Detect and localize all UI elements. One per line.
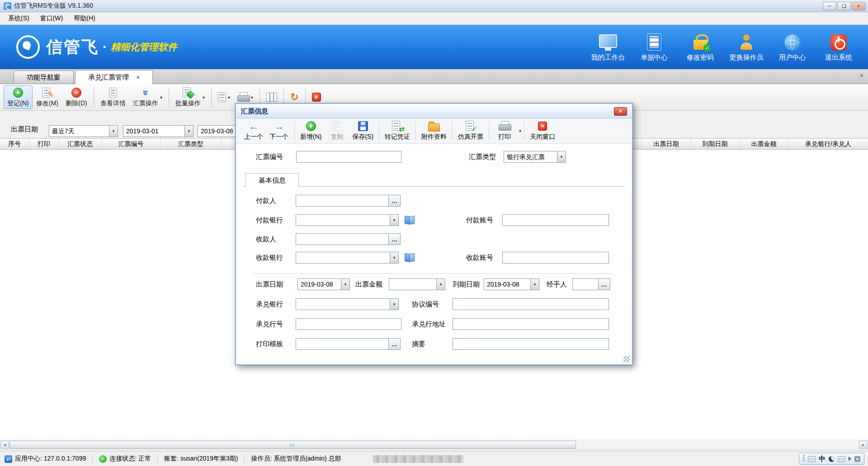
print-template-lookup-button[interactable]: …: [389, 338, 401, 350]
batch-operations-button[interactable]: 批量操作 ▾: [172, 85, 208, 109]
ime-fullwidth-icon[interactable]: [829, 456, 835, 462]
payer-lookup-button[interactable]: …: [389, 195, 401, 207]
dropdown-button[interactable]: ▼: [184, 126, 193, 137]
dialog-copy-button[interactable]: 复制: [324, 120, 349, 142]
dialog-titlebar[interactable]: 汇票信息 ×: [236, 104, 632, 118]
date-preset-select[interactable]: 最近7天 ▼: [49, 125, 118, 137]
dropdown-button[interactable]: ▼: [390, 252, 398, 263]
dropdown-button[interactable]: ▼: [390, 299, 398, 310]
view-detail-button[interactable]: 查看详情: [97, 85, 129, 109]
dropdown-button[interactable]: ▼: [390, 215, 398, 226]
column-header-print[interactable]: 打印: [29, 139, 59, 149]
dialog-save-button[interactable]: 保存(S): [349, 120, 376, 142]
due-date-select[interactable]: 2019-03-08 ▼: [484, 278, 539, 290]
dialog-close-button[interactable]: ×: [614, 107, 627, 116]
banner-action-exit-system[interactable]: 退出系统: [816, 33, 862, 62]
menu-system[interactable]: 系统(S): [3, 13, 35, 24]
scroll-left-button[interactable]: ◄: [0, 441, 9, 449]
column-header-bill-no[interactable]: 汇票编号: [102, 139, 160, 149]
menu-help[interactable]: 帮助(H): [68, 13, 100, 24]
export-button[interactable]: ▾: [214, 85, 234, 109]
dialog-resize-grip[interactable]: [623, 356, 630, 362]
ime-chinese-indicator[interactable]: 中: [819, 455, 826, 463]
dropdown-button[interactable]: ▼: [557, 151, 566, 162]
tab-acceptance-bill-management[interactable]: 承兑汇票管理 ×: [75, 70, 153, 84]
tab-close-icon[interactable]: ×: [136, 71, 140, 84]
horizontal-scrollbar[interactable]: ◄ ►: [0, 440, 868, 449]
payee-input[interactable]: [296, 233, 389, 245]
payer-input[interactable]: [296, 195, 389, 207]
dropdown-button[interactable]: ▼: [530, 279, 539, 290]
tabstrip-close-icon[interactable]: ×: [860, 72, 863, 79]
column-header-seq[interactable]: 序号: [0, 139, 29, 149]
banner-action-document-center[interactable]: 单据中心: [631, 33, 677, 62]
register-button[interactable]: + 登记(N): [4, 85, 33, 109]
date-from-select[interactable]: 2019-03-01 ▼: [123, 125, 193, 137]
banner-action-workbench[interactable]: 我的工作台: [585, 33, 631, 62]
tab-function-navigator[interactable]: 功能导航窗: [14, 71, 74, 84]
dialog-voucher-button[interactable]: ⇄ 转记凭证: [382, 120, 413, 142]
column-header-due-date[interactable]: 到期日期: [691, 139, 740, 149]
banner-action-change-password[interactable]: ✓ 修改密码: [677, 33, 723, 62]
dialog-close-window-button[interactable]: × 关闭窗口: [527, 120, 558, 142]
ellipsis-icon: …: [392, 236, 397, 243]
scroll-right-button[interactable]: ►: [859, 441, 868, 449]
dropdown-arrow-icon[interactable]: ▾: [519, 128, 521, 133]
accept-bank-addr-input[interactable]: [453, 318, 609, 330]
langbar-options-icon[interactable]: [854, 456, 860, 462]
print-template-input[interactable]: [296, 338, 389, 350]
handler-lookup-button[interactable]: …: [599, 278, 610, 290]
dialog-simulate-button[interactable]: ✓ 仿真开票: [455, 120, 486, 142]
dialog-add-button[interactable]: + 新增(N): [297, 120, 324, 142]
payee-account-input[interactable]: [502, 252, 609, 264]
langbar-expand-icon[interactable]: [849, 457, 851, 461]
dialog-next-button[interactable]: → 下一个: [266, 120, 292, 142]
column-header-accept-bank[interactable]: 承兑银行/承兑人: [788, 139, 868, 149]
bill-no-input[interactable]: [296, 151, 401, 163]
dropdown-button[interactable]: ▼: [436, 279, 445, 290]
scrollbar-thumb[interactable]: [9, 441, 576, 449]
payee-lookup-button[interactable]: …: [389, 233, 401, 245]
dialog-print-button[interactable]: 打印: [492, 120, 517, 142]
column-header-issue-date[interactable]: 出票日期: [642, 139, 691, 149]
banner-action-user-center[interactable]: 用户中心: [769, 33, 816, 62]
delete-button[interactable]: × 删除(D): [62, 85, 91, 109]
payer-account-input[interactable]: [502, 214, 609, 226]
amount-select[interactable]: ▼: [389, 278, 445, 290]
issue-date-select[interactable]: 2019-03-08 ▼: [297, 278, 350, 290]
tab-basic-info[interactable]: 基本信息: [245, 173, 299, 187]
column-header-status[interactable]: 汇票状态: [59, 139, 102, 149]
column-header-bill-type[interactable]: 汇票类型: [160, 139, 222, 149]
summary-input[interactable]: [453, 338, 609, 350]
soft-keyboard-icon[interactable]: [838, 456, 845, 462]
maximize-button[interactable]: ❏: [837, 2, 851, 10]
keyboard-layout-icon[interactable]: [808, 456, 816, 462]
dropdown-arrow-icon[interactable]: ▾: [160, 95, 162, 100]
payer-bank-select[interactable]: ▼: [296, 214, 399, 226]
dropdown-button[interactable]: ▼: [341, 279, 349, 290]
banner-action-switch-operator[interactable]: 更换操作员: [723, 33, 769, 62]
dropdown-arrow-icon[interactable]: ▾: [251, 95, 253, 100]
handler-input[interactable]: [572, 278, 599, 290]
bill-operations-button[interactable]: » 汇票操作 ▾: [129, 85, 166, 109]
bill-type-select[interactable]: 银行承兑汇票 ▼: [504, 151, 566, 163]
accept-bank-no-input[interactable]: [296, 318, 401, 330]
accept-bank-select[interactable]: ▼: [296, 298, 399, 310]
language-bar[interactable]: 中: [799, 453, 864, 465]
dropdown-button[interactable]: ▼: [109, 126, 118, 137]
window-titlebar[interactable]: 信管飞RMS专业版 V9.1.360 ─ ❏ ×: [0, 0, 868, 12]
bank-book-icon[interactable]: [405, 216, 415, 224]
dropdown-arrow-icon[interactable]: ▾: [228, 95, 230, 100]
dialog-attachment-button[interactable]: 附件资料: [419, 120, 449, 142]
minimize-button[interactable]: ─: [823, 2, 836, 10]
menu-window[interactable]: 窗口(W): [35, 13, 69, 24]
dialog-prev-button[interactable]: ← 上一个: [241, 120, 266, 142]
bank-book-icon[interactable]: [405, 254, 415, 261]
dropdown-arrow-icon[interactable]: ▾: [203, 95, 205, 100]
column-header-amount[interactable]: 出票金额: [740, 139, 788, 149]
payee-bank-select[interactable]: ▼: [296, 252, 399, 264]
agreement-no-input[interactable]: [453, 298, 609, 310]
langbar-grip[interactable]: [803, 455, 805, 462]
close-window-button[interactable]: ×: [852, 2, 865, 10]
modify-button[interactable]: ✎ 修改(M): [33, 85, 62, 109]
